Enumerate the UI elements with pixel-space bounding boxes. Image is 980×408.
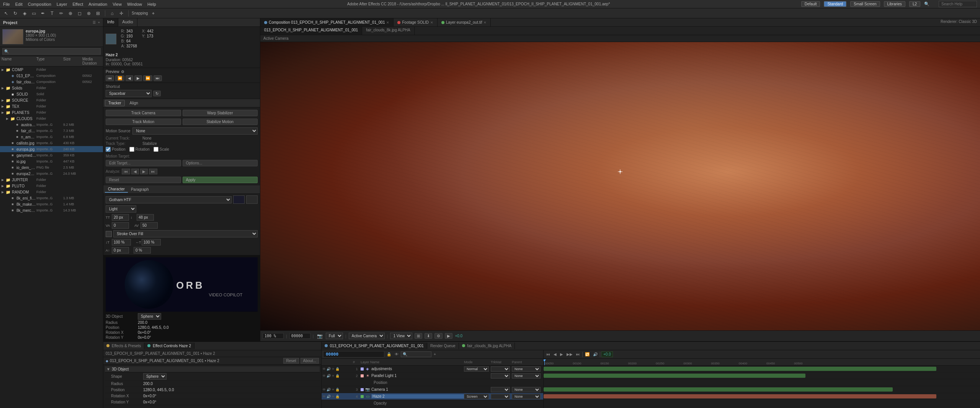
leading-input[interactable] — [137, 214, 154, 221]
tab-align[interactable]: Align — [126, 100, 142, 106]
layer-solo-0[interactable]: ☀ — [332, 367, 335, 371]
menu-item-composition[interactable]: Composition — [28, 2, 51, 7]
layer-row-2[interactable]: Position — [322, 379, 543, 386]
new-item-icon[interactable]: + — [98, 21, 100, 24]
tab-info[interactable]: Info — [103, 18, 118, 26]
tl-play[interactable]: ▶ — [559, 352, 564, 357]
layer-lock-3[interactable]: 🔒 — [335, 388, 340, 392]
tree-arrow-7[interactable]: ▶ — [2, 111, 5, 114]
layer-vis-4[interactable]: 👁 — [322, 395, 326, 398]
rotation-checkbox[interactable] — [129, 147, 134, 152]
tree-item-6[interactable]: ▶ 📁 TEX Folder — [0, 103, 103, 109]
comp-view-select[interactable]: Active Camera — [349, 333, 385, 339]
stroke-color-swatch[interactable] — [106, 231, 112, 237]
position-checkbox-label[interactable]: Position — [106, 147, 126, 152]
layer-solo-4[interactable]: ☀ — [332, 395, 335, 398]
menu-item-edit[interactable]: Edit — [15, 2, 23, 7]
warp-stabilizer-btn[interactable]: Warp Stabilizer — [183, 110, 258, 116]
roto-tool[interactable]: ⊗ — [85, 10, 93, 17]
analyze-forward-all[interactable]: ⏭ — [149, 169, 157, 174]
workspace-default[interactable]: Default — [801, 1, 820, 7]
comp-settings-btn[interactable]: ⚙ — [434, 333, 443, 339]
tree-item-14[interactable]: ■ ganymede.jpg Importe..G 359 KB — [0, 152, 103, 158]
layer-solo-3[interactable]: ☀ — [332, 388, 335, 392]
layer-parent-select-4[interactable]: None — [512, 394, 541, 399]
puppet-tool[interactable]: ⊞ — [94, 10, 102, 17]
tree-arrow-18[interactable]: ▶ — [2, 178, 5, 182]
rect-tool[interactable]: ▭ — [30, 10, 38, 17]
comp-sec-tab-main[interactable]: 013_EPOCH_II_SHIP_PLANET_ALIGNMENT_01_00… — [260, 27, 362, 35]
layer-row-4[interactable]: 👁 🔊 ☀ 🔒 4 ▭ Haze 2 Screen None — [322, 393, 543, 400]
menu-item-file[interactable]: File — [3, 2, 10, 7]
tab-tracker[interactable]: Tracker — [105, 100, 125, 106]
tree-item-18[interactable]: ▶ 📁 JUPITER Folder — [0, 177, 103, 183]
brush-tool[interactable]: ✏ — [57, 10, 65, 17]
layer-audio-4[interactable]: 🔊 — [327, 395, 331, 398]
tree-item-8[interactable]: ▶ 📁 CLOUDS Folder — [0, 115, 103, 122]
comp-tab-main[interactable]: Composition 013_EPOCH_II_SHIP_PLANET_ALI… — [260, 18, 394, 26]
preview-settings-icon[interactable]: ⚙ — [121, 70, 124, 74]
font-size-input[interactable] — [112, 214, 129, 221]
font-color-swatch2[interactable] — [246, 195, 258, 204]
tl-audio[interactable]: 🔊 — [592, 352, 599, 357]
text-tool[interactable]: T — [48, 10, 56, 17]
stabilize-motion-btn[interactable]: Stabilize Motion — [183, 119, 258, 125]
layer-vis-1[interactable]: 👁 — [322, 374, 326, 378]
scale-checkbox[interactable] — [154, 147, 158, 152]
ec-expand-icon[interactable]: ▼ — [106, 367, 110, 371]
tree-item-0[interactable]: ▶ 📁 COMP Folder — [0, 67, 103, 73]
comp-tab-layer[interactable]: Layer europa2_out.tif ✕ — [438, 18, 491, 26]
comp-tab-close-footage[interactable]: ✕ — [430, 21, 433, 24]
zoom-input[interactable] — [263, 333, 284, 339]
layer-audio-1[interactable]: 🔊 — [327, 374, 331, 378]
shortcut-select[interactable]: Spacebar — [106, 90, 152, 97]
layer-row-3[interactable]: 👁 🔊 ☀ 🔒 3 📷 Camera 1 None — [322, 386, 543, 393]
layer-trimat-select-4[interactable] — [491, 394, 510, 399]
h-scale-input[interactable] — [142, 239, 161, 245]
home-tool[interactable]: ⌂ — [108, 10, 116, 17]
tl-tab-fair[interactable]: fair_clouds_8k.jpg ALPHA — [459, 343, 515, 349]
layer-audio-3[interactable]: 🔊 — [327, 388, 331, 392]
tl-go-start[interactable]: ⏮ — [545, 352, 551, 357]
menu-item-layer[interactable]: Layer — [57, 2, 67, 7]
workspace-small-screen[interactable]: Small Screen — [850, 1, 880, 7]
pen-tool[interactable]: ✒ — [39, 10, 47, 17]
menu-item-help[interactable]: Help — [147, 2, 156, 7]
eraser-tool[interactable]: ◻ — [76, 10, 83, 17]
ec-about-btn[interactable]: About... — [301, 358, 319, 364]
baseline-input[interactable] — [112, 247, 129, 254]
layer-row-5[interactable]: Opacity — [322, 400, 543, 407]
workspace-libraries[interactable]: Libraries — [884, 1, 905, 7]
tl-loop[interactable]: 🔁 — [584, 352, 591, 357]
move-tool[interactable]: ✛ — [118, 10, 125, 17]
position-checkbox[interactable] — [106, 147, 111, 152]
tree-item-13[interactable]: ■ europa.jpg Importe..G 240 KB — [0, 146, 103, 152]
layer-row-1[interactable]: 👁 🔊 ☀ 🔒 2 ☀ Parallel Light 1 None — [322, 372, 543, 379]
tl-step-back[interactable]: ◀ — [552, 352, 558, 357]
rotation-tool[interactable]: ↻ — [11, 10, 19, 17]
menu-item-animation[interactable]: Animation — [88, 2, 107, 7]
layer-lock-4[interactable]: 🔒 — [335, 395, 340, 398]
preview-play[interactable]: ▶ — [134, 75, 142, 81]
tree-item-21[interactable]: ■ 8k_eni_fictional.jpg Importe..G 1.3 MB — [0, 195, 103, 201]
stroke-over-fill-select[interactable]: Stroke Over Fill — [113, 230, 258, 237]
playback-snapshot[interactable]: 📷 — [316, 333, 323, 340]
layer-trimat-select-0[interactable] — [491, 366, 510, 372]
workspace-standard[interactable]: Standard — [824, 1, 846, 7]
font-select[interactable]: Gotham HTF — [106, 196, 232, 203]
tree-item-15[interactable]: ■ io.jpg Importe..G 447 KB — [0, 158, 103, 164]
font-style-select[interactable]: Light — [106, 205, 136, 213]
tree-item-19[interactable]: ▶ 📁 PLUTO Folder — [0, 183, 103, 189]
comp-tab-footage[interactable]: Footage SOLID ✕ — [394, 18, 437, 26]
tab-character[interactable]: Character — [105, 186, 128, 193]
preview-skip-forward[interactable]: ⏭ — [154, 75, 162, 81]
comp-preview-btn[interactable]: ▶ — [445, 333, 452, 339]
font-color-swatch[interactable] — [233, 195, 245, 204]
tree-item-5[interactable]: ▶ 📁 SOURCE Folder — [0, 97, 103, 103]
tree-item-23[interactable]: ■ 8k_mercury.jpg Importe..G 14.3 MB — [0, 207, 103, 213]
preview-back[interactable]: ◀ — [126, 75, 133, 81]
layer-trimat-select-1[interactable] — [491, 373, 510, 379]
tree-arrow-6[interactable]: ▶ — [2, 105, 5, 108]
comp-tab-close-main[interactable]: ✕ — [386, 21, 389, 24]
tree-item-12[interactable]: ■ callisto.jpg Importe..G 430 KB — [0, 140, 103, 146]
